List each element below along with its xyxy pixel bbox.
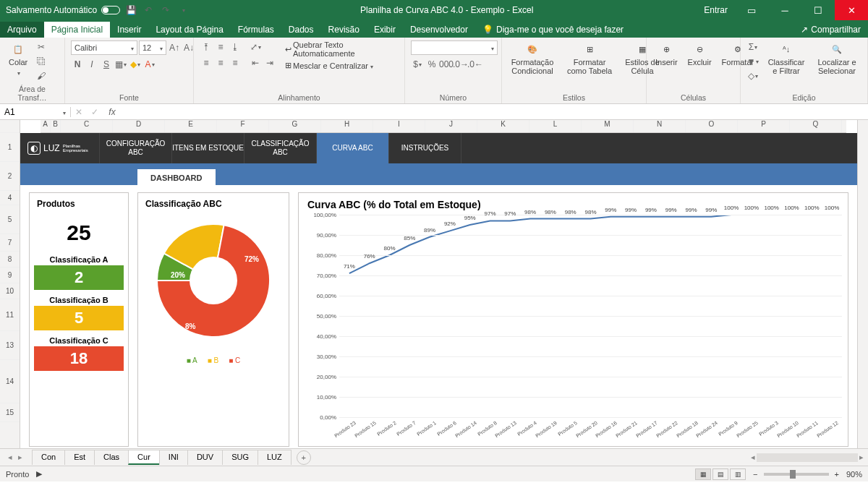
formula-bar[interactable] xyxy=(122,107,868,117)
align-left-icon[interactable]: ≡ xyxy=(200,56,213,69)
tab-data[interactable]: Dados xyxy=(281,22,321,38)
underline-icon[interactable]: S xyxy=(100,58,113,71)
sort-filter-button[interactable]: ᴬ↓Classificar e Filtrar xyxy=(764,40,809,77)
row-headers[interactable]: 12457891011131415 xyxy=(0,120,20,448)
tell-me[interactable]: 💡 Diga-me o que você deseja fazer xyxy=(475,22,631,38)
view-pagebreak-icon[interactable]: ▥ xyxy=(730,468,746,480)
autosave-label: Salvamento Automático xyxy=(6,5,97,15)
tab-file[interactable]: Arquivo xyxy=(0,22,44,38)
window-title: Planilha de Curva ABC 4.0 - Exemplo - Ex… xyxy=(190,5,704,15)
indent-decrease-icon[interactable]: ⇤ xyxy=(249,56,262,69)
tab-developer[interactable]: Desenvolvedor xyxy=(403,22,475,38)
minimize-icon[interactable]: ─ xyxy=(768,0,801,20)
dash-tab-2[interactable]: CLASSIFICAÇÃO ABC xyxy=(244,133,317,163)
sheet-nav-first-icon[interactable]: ◂ xyxy=(6,453,14,462)
fx-icon[interactable]: fx xyxy=(103,107,122,117)
name-box[interactable]: A1 xyxy=(0,107,71,117)
share-button[interactable]: ↗ Compartilhar xyxy=(793,22,868,38)
align-right-icon[interactable]: ≡ xyxy=(229,56,242,69)
qat-customize-icon[interactable] xyxy=(176,4,190,17)
sheet-tab-SUG[interactable]: SUG xyxy=(222,450,258,465)
view-normal-icon[interactable]: ▦ xyxy=(695,468,711,480)
grow-font-icon[interactable]: A↑ xyxy=(168,41,181,54)
conditional-format-button[interactable]: 🎨Formatação Condicional xyxy=(508,40,557,77)
hscroll-right-icon[interactable]: ▸ xyxy=(859,453,864,462)
align-top-icon[interactable]: ⭱ xyxy=(200,40,213,53)
macro-record-icon[interactable]: ▶ xyxy=(36,469,42,479)
class-c-label: Classificação C xyxy=(34,336,124,345)
dash-tab-3[interactable]: CURVA ABC xyxy=(317,133,389,163)
status-ready: Pronto xyxy=(6,470,29,479)
dash-tab-4[interactable]: INSTRUÇÕES xyxy=(389,133,461,163)
autosave-toggle[interactable] xyxy=(101,6,120,14)
tab-home[interactable]: Página Inicial xyxy=(44,22,110,38)
undo-icon[interactable]: ↶ xyxy=(142,4,155,17)
clear-icon[interactable]: ◇ xyxy=(746,69,760,82)
column-headers[interactable]: ABCDEFGHIJKLMNOPQ xyxy=(41,120,846,133)
border-icon[interactable]: ▦ xyxy=(114,58,127,71)
enter-formula-icon[interactable]: ✓ xyxy=(87,107,103,117)
tab-formulas[interactable]: Fórmulas xyxy=(231,22,281,38)
close-icon[interactable]: ✕ xyxy=(835,0,868,20)
redo-icon[interactable]: ↷ xyxy=(159,4,172,17)
hscroll-left-icon[interactable]: ◂ xyxy=(751,453,755,462)
zoom-slider[interactable] xyxy=(764,473,829,476)
zoom-out-icon[interactable]: − xyxy=(753,470,757,479)
dashboard-tab[interactable]: DASHBOARD xyxy=(137,169,216,187)
sheet-tab-Clas[interactable]: Clas xyxy=(94,450,129,465)
sheet-tab-Cur[interactable]: Cur xyxy=(128,450,160,465)
merge-center-button[interactable]: ⊞ Mesclar e Centralizar xyxy=(285,61,399,70)
format-table-button[interactable]: ⊞Formatar como Tabela xyxy=(561,40,618,77)
italic-icon[interactable]: I xyxy=(85,58,98,71)
orientation-icon[interactable]: ⤢ xyxy=(249,40,262,53)
cancel-formula-icon[interactable]: ✕ xyxy=(71,107,87,117)
zoom-in-icon[interactable]: + xyxy=(835,470,839,479)
horizontal-scrollbar[interactable] xyxy=(757,453,858,462)
sheet-tab-DUV[interactable]: DUV xyxy=(187,450,223,465)
align-middle-icon[interactable]: ≡ xyxy=(214,40,227,53)
comma-icon[interactable]: 000 xyxy=(440,58,453,71)
accounting-icon[interactable]: $ xyxy=(411,58,424,71)
save-icon[interactable]: 💾 xyxy=(124,4,137,17)
insert-cells-button[interactable]: ⊕Inserir xyxy=(652,40,681,68)
align-center-icon[interactable]: ≡ xyxy=(214,56,227,69)
tab-review[interactable]: Revisão xyxy=(321,22,367,38)
ribbon-display-icon[interactable]: ▭ xyxy=(735,0,768,20)
view-layout-icon[interactable]: ▤ xyxy=(712,468,728,480)
format-table-icon: ⊞ xyxy=(582,42,597,56)
align-bottom-icon[interactable]: ⭳ xyxy=(229,40,242,53)
sheet-tab-Con[interactable]: Con xyxy=(32,450,65,465)
tab-view[interactable]: Exibir xyxy=(367,22,403,38)
dash-tab-1[interactable]: ITENS EM ESTOQUE xyxy=(172,133,244,163)
percent-icon[interactable]: % xyxy=(425,58,438,71)
decrease-decimal-icon[interactable]: .0← xyxy=(469,58,482,71)
autosum-icon[interactable]: Σ xyxy=(746,40,760,53)
indent-increase-icon[interactable]: ⇥ xyxy=(263,56,276,69)
bold-icon[interactable]: N xyxy=(71,58,84,71)
fill-icon[interactable]: ▼ xyxy=(746,55,760,68)
number-format-select[interactable] xyxy=(411,40,498,55)
font-color-icon[interactable]: A xyxy=(143,58,156,71)
tab-layout[interactable]: Layout da Página xyxy=(148,22,230,38)
sheet-nav-last-icon[interactable]: ▸ xyxy=(16,453,25,462)
paste-button[interactable]: 📋 Colar xyxy=(6,40,30,78)
cut-icon[interactable]: ✂ xyxy=(35,40,48,53)
sheet-tab-LUZ[interactable]: LUZ xyxy=(258,450,292,465)
font-size-select[interactable]: 12 xyxy=(139,40,166,55)
fill-color-icon[interactable]: ◆ xyxy=(129,58,142,71)
font-select[interactable]: Calibri xyxy=(71,40,137,55)
dash-tab-0[interactable]: CONFIGURAÇÃO ABC xyxy=(100,133,172,163)
sheet-tab-INI[interactable]: INI xyxy=(159,450,188,465)
sheet-tab-Est[interactable]: Est xyxy=(64,450,95,465)
wrap-text-button[interactable]: ↩ Quebrar Texto Automaticamente xyxy=(285,40,399,58)
tab-insert[interactable]: Inserir xyxy=(110,22,148,38)
format-painter-icon[interactable]: 🖌 xyxy=(35,69,48,82)
vertical-scrollbar[interactable] xyxy=(857,120,868,448)
maximize-icon[interactable]: ☐ xyxy=(801,0,835,20)
delete-cells-button[interactable]: ⊖Excluir xyxy=(685,40,715,68)
copy-icon[interactable]: ⿻ xyxy=(35,55,48,68)
login-link[interactable]: Entrar xyxy=(704,5,728,15)
find-select-button[interactable]: 🔍Localizar e Selecionar xyxy=(813,40,861,77)
new-sheet-button[interactable]: + xyxy=(297,450,311,465)
increase-decimal-icon[interactable]: .0→ xyxy=(454,58,467,71)
